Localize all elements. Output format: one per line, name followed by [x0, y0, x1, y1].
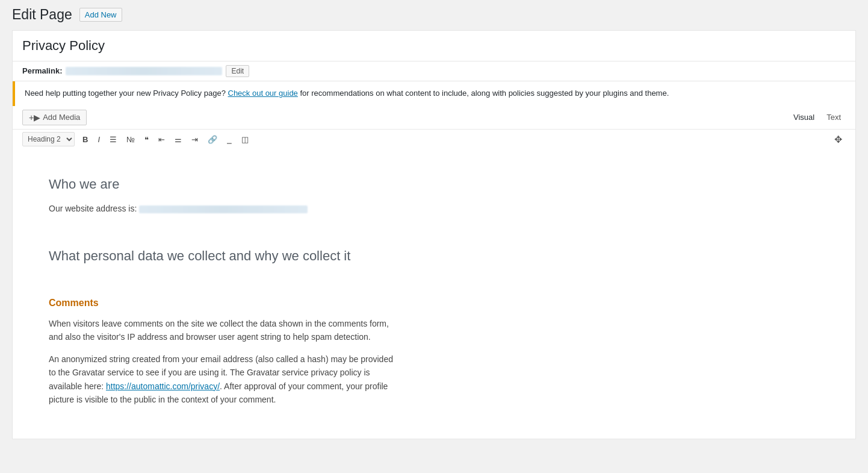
blockquote-button[interactable]: ❝	[140, 133, 153, 146]
add-media-label: Add Media	[43, 113, 80, 122]
editor-wrap: Permalink: Edit Need help putting togeth…	[12, 30, 856, 440]
edit-permalink-button[interactable]: Edit	[226, 65, 249, 77]
section-who-we-are-heading: Who we are	[49, 174, 831, 195]
fullscreen-button[interactable]: ✥	[831, 132, 846, 147]
page-header: Edit Page Add New	[0, 0, 868, 30]
spacer-1	[49, 224, 831, 233]
link-button[interactable]: 🔗	[203, 133, 222, 146]
section-personal-data-heading: What personal data we collect and why we…	[49, 245, 831, 266]
heading-select[interactable]: Heading 2 Heading 3 Heading 4 Paragraph	[22, 132, 75, 146]
toolbar-buttons: Heading 2 Heading 3 Heading 4 Paragraph …	[22, 132, 253, 146]
add-new-button[interactable]: Add New	[79, 8, 122, 22]
visual-text-tabs: Visual Text	[789, 110, 846, 124]
spacer-2	[49, 274, 831, 283]
page-title: Edit Page	[12, 6, 72, 24]
section-who-we-are-text: Our website address is:	[49, 202, 398, 215]
ordered-list-button[interactable]: №	[122, 133, 139, 146]
permalink-label: Permalink:	[22, 66, 62, 75]
section-comments-p1: When visitors leave comments on the site…	[49, 317, 398, 344]
bold-button[interactable]: B	[78, 133, 92, 146]
section-comments-heading: Comments	[49, 295, 831, 311]
editor-content[interactable]: Who we are Our website address is: What …	[13, 149, 855, 439]
section-comments-p2: An anonymized string created from your e…	[49, 352, 398, 407]
privacy-notice-text-before: Need help putting together your new Priv…	[25, 89, 226, 98]
text-tab[interactable]: Text	[822, 110, 846, 124]
toolbar-row1: +▶ Add Media Visual Text	[13, 106, 855, 130]
permalink-row: Permalink: Edit	[13, 61, 855, 81]
add-media-button[interactable]: +▶ Add Media	[22, 110, 87, 125]
gravatar-link[interactable]: https://automattic.com/privacy/	[106, 381, 220, 391]
italic-button[interactable]: I	[93, 133, 104, 146]
align-right-button[interactable]: ⇥	[187, 133, 202, 146]
main-content: Permalink: Edit Need help putting togeth…	[0, 30, 868, 452]
toolbar-row2: Heading 2 Heading 3 Heading 4 Paragraph …	[13, 130, 855, 149]
align-center-button[interactable]: ⚌	[170, 133, 186, 146]
privacy-notice: Need help putting together your new Priv…	[13, 81, 855, 106]
visual-tab[interactable]: Visual	[789, 110, 819, 124]
privacy-notice-link[interactable]: Check out our guide	[228, 89, 298, 98]
align-left-button[interactable]: ⇤	[154, 133, 169, 146]
permalink-url	[66, 67, 222, 75]
website-url-blurred	[139, 205, 308, 213]
horizontal-rule-button[interactable]: ⎯	[223, 133, 236, 146]
table-button[interactable]: ◫	[237, 133, 253, 146]
post-title-input[interactable]	[22, 36, 846, 56]
unordered-list-button[interactable]: ☰	[105, 133, 121, 146]
post-title-area	[13, 31, 855, 61]
privacy-notice-text-after: for recommendations on what content to i…	[300, 89, 669, 98]
add-media-icon: +▶	[29, 113, 40, 122]
